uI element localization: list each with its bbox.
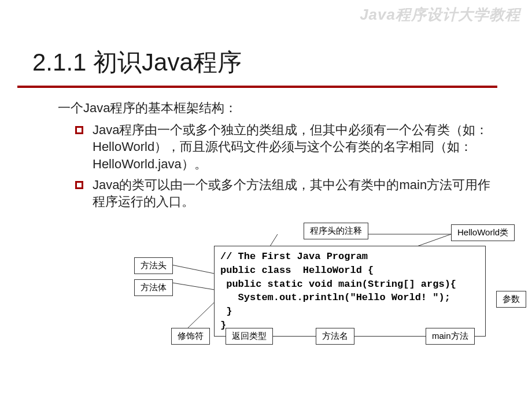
code-block: // The First Java Program public class H… [214,246,486,337]
content-area: 一个Java程序的基本框架结构： Java程序由一个或多个独立的类组成，但其中必… [0,88,532,210]
list-item: Java的类可以由一个或多个方法组成，其中公有类中的main方法可用作程序运行的… [75,176,497,210]
label-param: 参数 [496,291,526,308]
watermark-text: Java程序设计大学教程 [360,5,520,25]
label-modifier: 修饰符 [171,328,210,345]
intro-text: 一个Java程序的基本框架结构： [58,99,497,117]
label-method-name: 方法名 [316,328,354,345]
code-line: System.out.println("Hello World! "); [220,292,450,303]
label-main-method: main方法 [426,328,475,345]
svg-line-3 [169,264,220,275]
label-comment: 程序头的注释 [304,223,368,239]
code-line: public class HelloWorld { [220,265,374,276]
label-return-type: 返回类型 [226,328,273,345]
code-line: } [220,306,232,317]
list-item: Java程序由一个或多个独立的类组成，但其中必须有一个公有类（如：HelloWo… [75,121,497,173]
code-line: // The First Java Program [220,251,368,262]
bullet-icon [75,126,83,134]
label-class: HelloWorld类 [451,224,515,241]
label-method-body: 方法体 [134,279,173,296]
label-method-head: 方法头 [134,257,173,274]
code-diagram: 程序头的注释 HelloWorld类 方法头 方法体 // The First … [0,217,532,396]
code-line: public static void main(String[] args){ [220,279,456,290]
bullet-text: Java的类可以由一个或多个方法组成，其中公有类中的main方法可用作程序运行的… [93,176,497,210]
bullet-text: Java程序由一个或多个独立的类组成，但其中必须有一个公有类（如：HelloWo… [93,121,497,173]
bullet-icon [75,181,83,189]
